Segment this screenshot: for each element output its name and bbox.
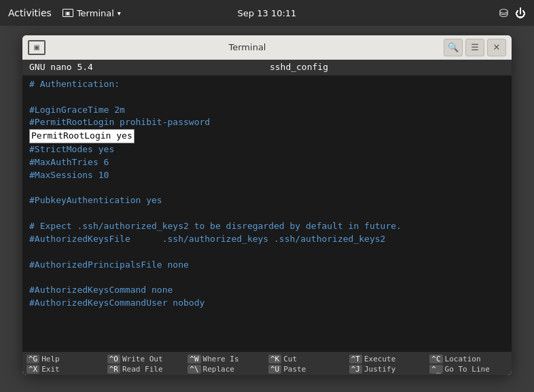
nano-cmd-label: Justify [364, 365, 395, 374]
nano-command: ^KCut [268, 355, 346, 363]
topbar: Activities ▣ Terminal ▾ Sep 13 10:11 ⛁ ⏻ [0, 0, 534, 26]
nano-cmd-label: Read File [122, 365, 163, 374]
nano-command: ^UPaste [268, 365, 346, 374]
nano-line: #AuthorizedPrincipalsFile none [29, 259, 505, 272]
nano-line [29, 272, 505, 285]
nano-cmd-label: Paste [283, 365, 306, 374]
nano-key: ^T [349, 355, 362, 363]
nano-line [29, 91, 505, 104]
nano-cmd-label: Replace [203, 365, 234, 374]
nano-key: ^C [429, 355, 442, 363]
nano-command: ^_Go To Line [429, 365, 508, 374]
nano-command: ^XExit [26, 365, 105, 374]
nano-key: ^K [268, 355, 281, 363]
nano-key: ^O [107, 355, 120, 363]
close-button[interactable]: ✕ [487, 39, 506, 56]
topbar-left: Activities ▣ Terminal ▾ [8, 7, 121, 18]
nano-line: #AuthorizedKeysFile .ssh/authorized_keys… [29, 233, 505, 246]
nano-command: ^CLocation [429, 355, 508, 363]
nano-key: ^U [268, 365, 281, 374]
nano-cmd-label: Cut [283, 355, 297, 363]
nano-cmd-label: Location [445, 355, 481, 363]
nano-line: #PubkeyAuthentication yes [29, 194, 505, 207]
nano-cmd-label: Help [41, 355, 60, 363]
activities-button[interactable]: Activities [8, 7, 52, 18]
topbar-datetime: Sep 13 10:11 [238, 8, 297, 18]
nano-key: ^R [107, 365, 120, 374]
nano-key: ^W [188, 355, 200, 363]
titlebar-left: ▣ [28, 40, 51, 55]
power-icon[interactable]: ⏻ [515, 7, 526, 20]
topbar-right: ⛁ ⏻ [499, 7, 526, 20]
nano-line: #MaxSessions 10 [29, 169, 505, 182]
nano-content[interactable]: # Authentication: #LoginGraceTime 2m#Per… [22, 75, 512, 313]
nano-filename: sshd_config [270, 61, 328, 74]
terminal-menu[interactable]: ▣ Terminal ▾ [63, 8, 121, 18]
nano-line: #MaxAuthTries 6 [29, 156, 505, 169]
nano-line: PermitRootLogin yes [29, 129, 505, 143]
nano-line: # Authentication: [29, 78, 505, 91]
titlebar: ▣ Terminal 🔍 ☰ ✕ [22, 35, 512, 60]
nano-line [29, 182, 505, 195]
nano-line: #StrictModes yes [29, 143, 505, 156]
nano-command: ^TExecute [349, 355, 427, 363]
terminal-window: ▣ Terminal 🔍 ☰ ✕ GNU nano 5.4 sshd_confi… [22, 35, 512, 375]
nano-cmd-label: Where Is [203, 355, 239, 363]
terminal-chevron-icon: ▾ [118, 10, 121, 17]
titlebar-controls: 🔍 ☰ ✕ [444, 39, 506, 56]
nano-line: #AuthorizedKeysCommand none [29, 284, 505, 297]
nano-command: ^OWrite Out [107, 355, 185, 363]
nano-key: ^X [26, 365, 39, 374]
network-icon[interactable]: ⛁ [499, 7, 508, 20]
nano-footer: ^GHelp^OWrite Out^WWhere Is^KCut^TExecut… [22, 352, 512, 375]
nano-command: ^JJustify [349, 365, 427, 374]
highlighted-text: PermitRootLogin yes [29, 129, 135, 143]
nano-command: ^\Replace [188, 365, 266, 374]
nano-cmd-label: Execute [364, 355, 395, 363]
nano-cmd-label: Exit [41, 365, 60, 374]
nano-key: ^\ [188, 365, 200, 374]
nano-line: # Expect .ssh/authorized_keys2 to be dis… [29, 220, 505, 233]
nano-command: ^GHelp [26, 355, 105, 363]
nano-key: ^_ [429, 365, 442, 374]
menu-button[interactable]: ☰ [465, 39, 484, 56]
nano-line: #LoginGraceTime 2m [29, 104, 505, 117]
nano-key: ^J [349, 365, 362, 374]
terminal-icon: ▣ [63, 9, 73, 17]
nano-line [29, 207, 505, 220]
nano-line: #PermitRootLogin prohibit-password [29, 116, 505, 129]
nano-command: ^RRead File [107, 365, 185, 374]
nano-command: ^WWhere Is [188, 355, 266, 363]
nano-line: #AuthorizedKeysCommandUser nobody [29, 297, 505, 310]
nano-cmd-label: Go To Line [445, 365, 490, 374]
window-title: Terminal [51, 42, 444, 52]
terminal-label: Terminal [77, 8, 114, 18]
terminal-body: GNU nano 5.4 sshd_config # Authenticatio… [22, 60, 512, 352]
nano-version: GNU nano 5.4 [29, 61, 93, 74]
nano-header: GNU nano 5.4 sshd_config [22, 60, 512, 75]
search-button[interactable]: 🔍 [444, 39, 463, 56]
nano-line [29, 246, 505, 259]
nano-key: ^G [26, 355, 39, 363]
nano-cmd-label: Write Out [122, 355, 163, 363]
window-icon: ▣ [28, 40, 46, 55]
